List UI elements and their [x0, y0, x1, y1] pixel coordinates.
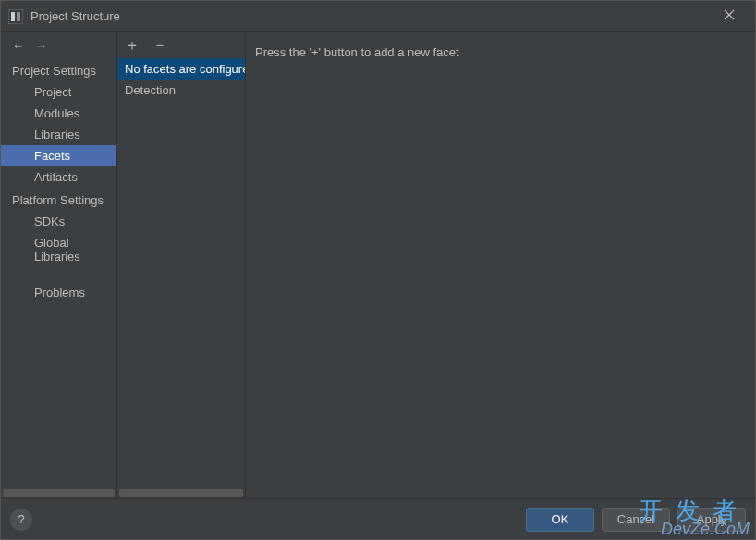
sidebar-item-project[interactable]: Project	[1, 81, 116, 103]
section-header-platform-settings: Platform Settings	[1, 188, 116, 211]
titlebar: Project Structure	[1, 1, 755, 32]
content-panel: Press the '+' button to add a new facet	[246, 32, 755, 498]
content-message: Press the '+' button to add a new facet	[255, 45, 746, 59]
close-button[interactable]	[711, 9, 748, 23]
sidebar-item-libraries[interactable]: Libraries	[1, 124, 116, 145]
back-arrow-icon[interactable]: ←	[12, 39, 24, 53]
sidebar-item-facets[interactable]: Facets	[1, 145, 116, 166]
window-title: Project Structure	[30, 9, 711, 23]
sidebar-item-artifacts[interactable]: Artifacts	[1, 166, 116, 188]
sidebar-item-sdks[interactable]: SDKs	[1, 211, 116, 232]
app-icon	[8, 9, 23, 24]
cancel-button[interactable]: Cancel	[602, 508, 670, 532]
footer: ? OK Cancel Apply 开发者 DevZe.CoM	[1, 498, 755, 539]
svg-rect-0	[8, 9, 23, 24]
middle-row-detection[interactable]: Detection	[117, 80, 245, 101]
sidebar-item-global-libraries[interactable]: Global Libraries	[1, 232, 116, 267]
main: ← → Project Settings Project Modules Lib…	[1, 32, 755, 498]
middle-scrollbar[interactable]	[119, 489, 243, 497]
nav-arrows: ← →	[1, 32, 116, 58]
svg-rect-2	[17, 12, 20, 21]
sidebar: ← → Project Settings Project Modules Lib…	[1, 32, 116, 498]
add-icon[interactable]: ＋	[125, 36, 140, 55]
middle-row-no-facets[interactable]: No facets are configured	[117, 58, 245, 80]
svg-rect-1	[11, 12, 15, 21]
sidebar-scrollbar[interactable]	[3, 489, 115, 497]
apply-button[interactable]: Apply	[677, 508, 746, 532]
help-button[interactable]: ?	[10, 509, 32, 531]
sidebar-item-modules[interactable]: Modules	[1, 103, 116, 124]
forward-arrow-icon: →	[35, 39, 47, 53]
section-header-project-settings: Project Settings	[1, 58, 116, 81]
middle-toolbar: ＋ －	[117, 32, 245, 58]
middle-panel: ＋ － No facets are configured Detection	[116, 32, 246, 498]
remove-icon[interactable]: －	[152, 36, 167, 55]
sidebar-item-problems[interactable]: Problems	[1, 282, 116, 303]
ok-button[interactable]: OK	[526, 508, 594, 532]
